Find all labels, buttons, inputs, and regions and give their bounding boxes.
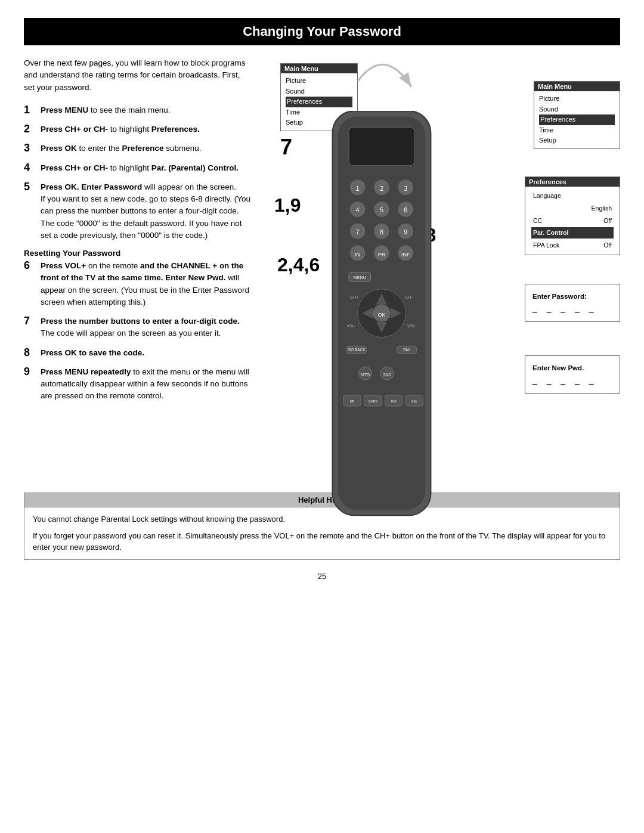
step-text-9: Press MENU repeatedly to exit the menu o… (41, 366, 250, 402)
arrow-decoration (346, 57, 423, 117)
step-1: 1 Press MENU to see the main menu. (24, 104, 250, 116)
steps-column: Over the next few pages, you will learn … (24, 57, 250, 475)
step-num-6: 6 (24, 259, 41, 272)
step-text-1: Press MENU to see the main menu. (41, 104, 171, 116)
preferences-screen: Preferences Language English CC Off (525, 176, 620, 255)
svg-text:3: 3 (404, 185, 407, 192)
step-5: 5 Press OK. Enter Password will appear o… (24, 181, 250, 241)
step-num-3: 3 (24, 142, 41, 154)
svg-text:MENU: MENU (354, 275, 367, 280)
main-menu-screen-2: Main Menu Picture Sound Preferences Time… (534, 81, 620, 149)
svg-text:CAPS: CAPS (369, 400, 377, 403)
resetting-header: Resetting Your Password (24, 249, 250, 258)
step-label-19: 1,9 (274, 194, 301, 216)
enter-new-pwd-label: Enter New Pwd. (532, 364, 612, 371)
svg-text:VOL-: VOL- (346, 324, 355, 328)
step-num-5: 5 (24, 181, 41, 193)
svg-text:CAL: CAL (411, 400, 418, 403)
step-2: 2 Press CH+ or CH- to highlight Preferen… (24, 123, 250, 135)
svg-text:INS: INS (391, 400, 397, 403)
screen-content-2: Picture Sound Preferences Time Setup (534, 91, 620, 148)
step-9: 9 Press MENU repeatedly to exit the menu… (24, 366, 250, 402)
svg-text:VOL+: VOL+ (407, 324, 417, 328)
svg-text:1: 1 (356, 185, 360, 192)
svg-rect-3 (349, 127, 414, 165)
step-num-8: 8 (24, 346, 41, 359)
enter-password-screen: Enter Password: _ _ _ _ _ (525, 284, 620, 322)
svg-text:FAV: FAV (403, 348, 410, 352)
preferences-screen-content: Language English CC Off Par. Control (525, 187, 620, 255)
enter-new-pwd-screen: Enter New Pwd. _ _ _ _ _ (525, 355, 620, 394)
step-num-4: 4 (24, 162, 41, 174)
svg-text:GO BACK: GO BACK (348, 348, 366, 352)
intro-text: Over the next few pages, you will learn … (24, 57, 250, 94)
step-num-7: 7 (24, 315, 41, 327)
step-num-9: 9 (24, 366, 41, 378)
page-number: 25 (0, 572, 644, 581)
step-text-7: Press the number buttons to enter a four… (41, 315, 250, 340)
svg-text:CH+: CH+ (350, 295, 359, 300)
step-num-1: 1 (24, 104, 41, 116)
enter-password-label: Enter Password: (532, 293, 612, 300)
step-7: 7 Press the number buttons to enter a fo… (24, 315, 250, 340)
svg-text:9: 9 (404, 228, 407, 236)
step-text-3: Press OK to enter the Preference submenu… (41, 143, 201, 154)
svg-text:8: 8 (380, 228, 383, 236)
step-text-5: Press OK. Enter Password will appear on … (41, 181, 250, 241)
svg-text:7: 7 (356, 228, 360, 236)
preferences-screen-title: Preferences (525, 177, 620, 187)
step-3: 3 Press OK to enter the Preference subme… (24, 143, 250, 154)
step-num-2: 2 (24, 123, 41, 135)
svg-text:CH-: CH- (405, 295, 413, 300)
svg-text:SND: SND (383, 373, 391, 377)
step-text-4: Press CH+ or CH- to highlight Par. (Pare… (41, 162, 239, 174)
illustration-column: Main Menu Picture Sound Preferences Time… (262, 57, 620, 475)
svg-text:MTS: MTS (361, 372, 370, 377)
step-4: 4 Press CH+ or CH- to highlight Par. (Pa… (24, 162, 250, 174)
svg-text:2: 2 (380, 185, 383, 192)
svg-text:5: 5 (380, 206, 383, 213)
page-title: Changing Your Password (24, 18, 620, 45)
svg-text:4: 4 (356, 206, 360, 213)
svg-text:INF: INF (401, 252, 410, 258)
helpful-hint-2: If you forget your password you can rese… (33, 530, 611, 553)
svg-text:NP: NP (350, 400, 355, 403)
svg-text:OK: OK (377, 312, 385, 318)
screen-title-2: Main Menu (534, 82, 620, 91)
step-8: 8 Press OK to save the code. (24, 347, 250, 359)
svg-text:6: 6 (404, 206, 407, 213)
step-text-6: Press VOL+ on the remote and the CHANNEL… (41, 260, 250, 308)
step-label-246: 2,4,6 (277, 254, 320, 276)
step-text-2: Press CH+ or CH- to highlight Preference… (41, 123, 200, 135)
step-6: 6 Press VOL+ on the remote and the CHANN… (24, 260, 250, 308)
svg-text:PR: PR (378, 252, 386, 258)
enter-password-dashes: _ _ _ _ _ (532, 304, 612, 313)
enter-new-pwd-dashes: _ _ _ _ _ (532, 375, 612, 385)
step-text-8: Press OK to save the code. (41, 347, 144, 359)
remote-control: 1 2 3 4 5 6 7 8 9 IN PR INF (316, 111, 447, 527)
step-label-7: 7 (280, 135, 292, 160)
svg-text:IN: IN (355, 252, 360, 258)
